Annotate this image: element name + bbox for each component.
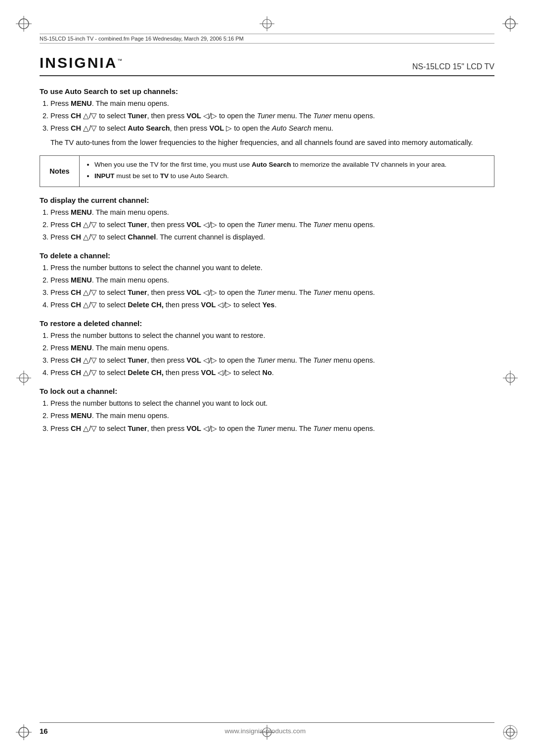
page-footer: 16 www.insignia-products.com — [40, 722, 494, 735]
steps-auto-search: Press MENU. The main menu opens. Press C… — [50, 98, 494, 134]
reg-mark-top-left — [15, 15, 33, 33]
step-delete-4: Press CH △/▽ to select Delete CH, then p… — [50, 300, 494, 310]
reg-mark-top-mid — [258, 15, 276, 33]
step-restore-4: Press CH △/▽ to select Delete CH, then p… — [50, 368, 494, 378]
section-restore-channel: To restore a deleted channel: Press the … — [40, 319, 494, 378]
page-title: NS-15LCD 15" LCD TV — [412, 62, 494, 71]
steps-lock-channel: Press the number buttons to select the c… — [50, 398, 494, 433]
auto-search-body: The TV auto-tunes from the lower frequen… — [50, 138, 494, 148]
file-info-bar: NS-15LCD 15-inch TV - combined.fm Page 1… — [40, 34, 494, 44]
reg-mark-bottom-left — [15, 723, 33, 741]
section-lock-channel: To lock out a channel: Press the number … — [40, 387, 494, 433]
step-lock-1: Press the number buttons to select the c… — [50, 398, 494, 409]
steps-display-channel: Press MENU. The main menu opens. Press C… — [50, 207, 494, 242]
steps-restore-channel: Press the number buttons to select the c… — [50, 331, 494, 378]
section-delete-channel: To delete a channel: Press the number bu… — [40, 251, 494, 310]
file-info-text: NS-15LCD 15-inch TV - combined.fm Page 1… — [40, 36, 244, 42]
steps-delete-channel: Press the number buttons to select the c… — [50, 263, 494, 310]
step-display-2: Press CH △/▽ to select Tuner, then press… — [50, 220, 494, 230]
step-display-3: Press CH △/▽ to select Channel. The curr… — [50, 232, 494, 242]
section-heading-restore-channel: To restore a deleted channel: — [40, 319, 494, 328]
section-heading-display-channel: To display the current channel: — [40, 196, 494, 204]
step-auto-search-2: Press CH △/▽ to select Tuner, then press… — [50, 111, 494, 121]
step-restore-3: Press CH △/▽ to select Tuner, then press… — [50, 355, 494, 366]
brand-logo: INSIGNIA™ — [40, 54, 124, 71]
footer-page-number: 16 — [40, 727, 48, 735]
reg-mark-mid-left — [15, 369, 33, 387]
step-lock-2: Press MENU. The main menu opens. — [50, 411, 494, 421]
step-delete-3: Press CH △/▽ to select Tuner, then press… — [50, 287, 494, 298]
trademark-symbol: ™ — [117, 58, 124, 63]
footer-url: www.insignia-products.com — [225, 727, 306, 735]
step-display-1: Press MENU. The main menu opens. — [50, 207, 494, 218]
section-display-channel: To display the current channel: Press ME… — [40, 196, 494, 242]
page-header: INSIGNIA™ NS-15LCD 15" LCD TV — [40, 54, 494, 76]
note-item-1: When you use the TV for the first time, … — [94, 160, 446, 170]
step-restore-1: Press the number buttons to select the c… — [50, 331, 494, 341]
step-lock-3: Press CH △/▽ to select Tuner, then press… — [50, 424, 494, 434]
reg-mark-mid-right — [501, 369, 519, 387]
section-auto-search: To use Auto Search to set up channels: P… — [40, 87, 494, 187]
step-auto-search-3: Press CH △/▽ to select Auto Search, then… — [50, 123, 494, 134]
logo-area: INSIGNIA™ — [40, 54, 124, 71]
step-auto-search-1: Press MENU. The main menu opens. — [50, 98, 494, 109]
notes-label: Notes — [40, 156, 80, 187]
section-heading-lock-channel: To lock out a channel: — [40, 387, 494, 395]
step-restore-2: Press MENU. The main menu opens. — [50, 343, 494, 353]
note-item-2: INPUT must be set to TV to use Auto Sear… — [94, 171, 446, 181]
section-heading-auto-search: To use Auto Search to set up channels: — [40, 87, 494, 95]
step-delete-2: Press MENU. The main menu opens. — [50, 275, 494, 285]
reg-mark-bottom-right — [501, 723, 519, 741]
notes-content: When you use the TV for the first time, … — [80, 156, 453, 187]
section-heading-delete-channel: To delete a channel: — [40, 251, 494, 260]
reg-mark-top-right — [501, 15, 519, 33]
page-content: INSIGNIA™ NS-15LCD 15" LCD TV To use Aut… — [40, 54, 494, 707]
notes-box: Notes When you use the TV for the first … — [40, 155, 494, 188]
step-delete-1: Press the number buttons to select the c… — [50, 263, 494, 273]
